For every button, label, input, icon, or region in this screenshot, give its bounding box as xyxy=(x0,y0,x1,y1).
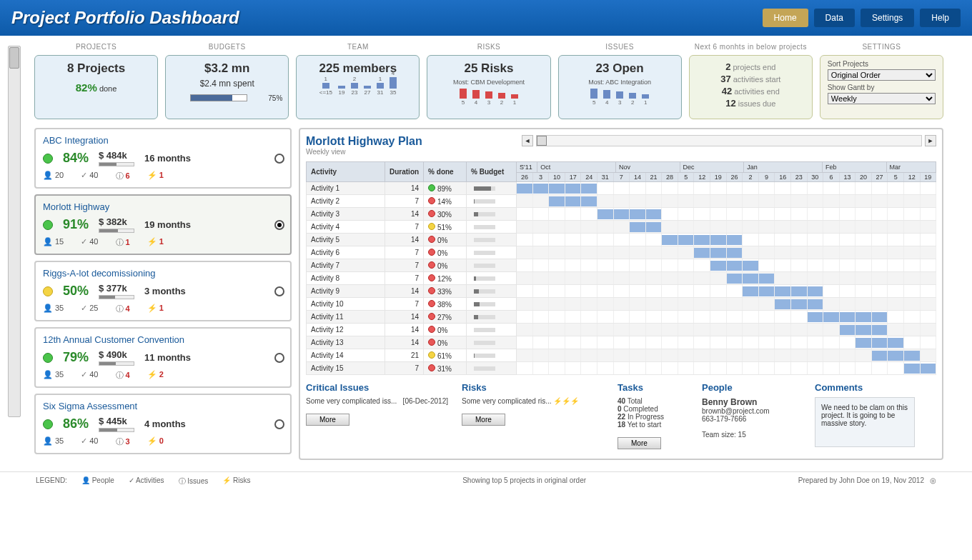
card-risks: 25 RisksMost: CBM Development54321 xyxy=(427,55,550,119)
detail-subtitle: Weekly view xyxy=(306,148,422,156)
footer: LEGEND: 👤 People ✓ Activities ⓘ Issues ⚡… xyxy=(0,471,972,491)
status-dot xyxy=(43,286,53,296)
detail-title: Morlott Highway Plan xyxy=(306,135,422,148)
card-label: BUDGETS xyxy=(165,43,289,51)
gantt-activity-table: ActivityDuration% done% BudgetActivity 1… xyxy=(306,161,517,375)
legend-risks: ⚡ Risks xyxy=(222,476,250,486)
status-dot xyxy=(43,353,53,363)
card-label: RISKS xyxy=(427,43,550,51)
status-dot xyxy=(43,419,53,429)
card-team: 225 members1<=151922327131435 xyxy=(296,55,420,119)
legend-label: LEGEND: xyxy=(36,476,67,486)
card-label: PROJECTS xyxy=(34,43,158,51)
scrollbar-left[interactable] xyxy=(0,43,29,460)
info-issues: Critical Issues Some very complicated is… xyxy=(306,382,449,449)
project-pct: 86% xyxy=(63,416,89,431)
info-comments: Comments We need to be clam on this proj… xyxy=(815,382,915,449)
project-item[interactable]: Six Sigma Assessment 86% $ 445k 4 months… xyxy=(34,394,292,454)
card-label: ISSUES xyxy=(558,43,682,51)
more-risks-button[interactable]: More xyxy=(462,414,505,426)
gantt-chart: S'11OctNovDecJanFebMar263101724317142128… xyxy=(517,161,936,375)
project-radio[interactable] xyxy=(274,220,284,230)
nav-data[interactable]: Data xyxy=(814,9,855,27)
project-pct: 91% xyxy=(63,217,89,232)
project-pct: 50% xyxy=(63,284,89,299)
info-people: People Benny Brownbrownb@project.com663-… xyxy=(702,382,802,449)
project-radio[interactable] xyxy=(274,353,284,363)
project-item[interactable]: Riggs-A-lot decomissioning 50% $ 377k 3 … xyxy=(34,261,292,321)
project-radio[interactable] xyxy=(274,419,284,429)
header: Project Portfolio Dashboard HomeDataSett… xyxy=(0,0,972,36)
legend-activities: ✓ Activities xyxy=(129,476,164,486)
card-projects: 8 Projects82% done xyxy=(34,55,158,119)
project-item[interactable]: ABC Integration 84% $ 484k 16 months 👤20… xyxy=(34,128,292,189)
gantt-select[interactable]: Weekly xyxy=(828,93,936,104)
legend-people: 👤 People xyxy=(81,476,114,486)
project-pct: 84% xyxy=(63,151,89,166)
project-name: 12th Annual Customer Convention xyxy=(43,334,283,345)
project-item[interactable]: 12th Annual Customer Convention 79% $ 49… xyxy=(34,327,292,388)
chevron-right-icon[interactable]: ► xyxy=(925,135,936,146)
status-dot xyxy=(43,220,53,230)
card-label: Next 6 monhts in below projects xyxy=(689,43,813,51)
card-settings: Sort ProjectsOriginal OrderShow Gantt by… xyxy=(820,55,943,119)
chevron-left-icon[interactable]: ◄ xyxy=(522,135,533,146)
comment-box: We need to be clam on this project. It i… xyxy=(815,397,915,447)
projects-list: ABC Integration 84% $ 484k 16 months 👤20… xyxy=(34,128,292,460)
gantt-date-slider[interactable]: ◄ ► xyxy=(522,135,936,146)
card-budgets: $3.2 mn$2.4 mn spent75% xyxy=(165,55,289,119)
more-tasks-button[interactable]: More xyxy=(618,437,661,449)
info-icon[interactable]: ◎ xyxy=(930,476,936,486)
legend-issues: ⓘ Issues xyxy=(179,476,209,486)
info-tasks: Tasks 40 Total0 Completed22 In Progress1… xyxy=(618,382,689,449)
nav: HomeDataSettingsHelp xyxy=(763,9,961,27)
nav-settings[interactable]: Settings xyxy=(861,9,914,27)
project-name: ABC Integration xyxy=(43,135,283,146)
nav-help[interactable]: Help xyxy=(920,9,961,27)
project-name: Six Sigma Assessment xyxy=(43,401,283,411)
project-name: Morlott Highway xyxy=(43,201,283,212)
page-title: Project Portfolio Dashboard xyxy=(11,8,239,28)
detail-panel: Morlott Highway Plan Weekly view ◄ ► Act… xyxy=(299,128,943,460)
project-pct: 79% xyxy=(63,350,89,365)
project-item[interactable]: Morlott Highway 91% $ 382k 19 months 👤15… xyxy=(34,194,292,255)
footer-right: Prepared by John Doe on 19, Nov 2012 xyxy=(798,476,924,486)
more-issues-button[interactable]: More xyxy=(306,414,349,426)
nav-home[interactable]: Home xyxy=(763,9,808,27)
project-radio[interactable] xyxy=(274,154,284,164)
card-label: TEAM xyxy=(296,43,420,51)
card-label: SETTINGS xyxy=(820,43,943,51)
project-name: Riggs-A-lot decomissioning xyxy=(43,268,283,279)
card-issues: 23 OpenMost: ABC Integration54321 xyxy=(558,55,682,119)
status-dot xyxy=(43,154,53,164)
card-next6: 2 projects end37 activities start42 acti… xyxy=(689,55,813,119)
project-radio[interactable] xyxy=(274,286,284,296)
footer-center: Showing top 5 projects in original order xyxy=(250,476,798,486)
info-risks: Risks Some very complicated ris... ⚡⚡⚡ M… xyxy=(462,382,605,449)
sort-select[interactable]: Original Order xyxy=(828,69,936,81)
